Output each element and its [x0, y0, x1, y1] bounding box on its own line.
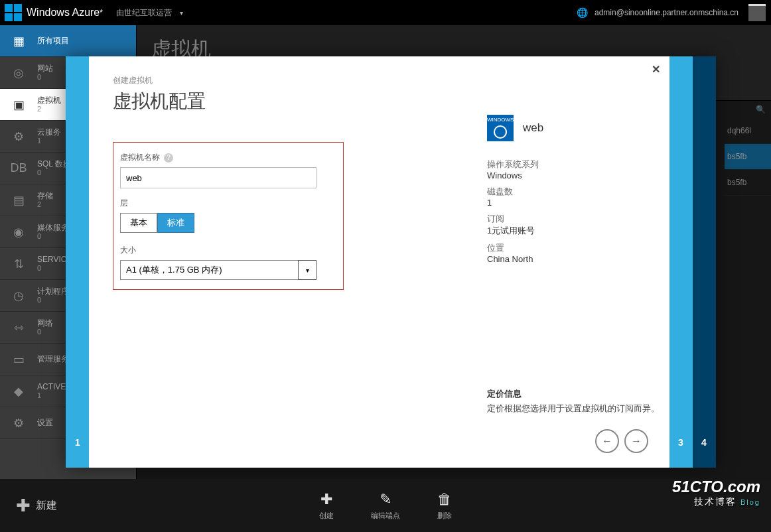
- summary-key: 位置: [487, 242, 706, 254]
- edit-button[interactable]: ✎编辑端点: [371, 491, 400, 521]
- ad-icon: ◆: [8, 381, 29, 402]
- mgmt-icon: ▭: [8, 349, 29, 370]
- pricing-title: 定价信息: [487, 388, 706, 400]
- trash-icon: 🗑: [437, 491, 452, 508]
- breadcrumb: 创建虚拟机: [113, 75, 646, 86]
- chevron-down-icon[interactable]: ▾: [180, 9, 183, 17]
- sidebar-item-label: 媒体服务: [37, 223, 69, 232]
- wm-line1: 51CTO.com: [672, 478, 760, 496]
- clock-icon: ◷: [8, 285, 29, 306]
- operator-label: 由世纪互联运营: [116, 7, 172, 19]
- bus-icon: ⇅: [8, 253, 29, 275]
- summary-value: Windows: [487, 170, 706, 180]
- form-container: 虚拟机名称 ? 层 基本 标准 大小 ▾: [113, 142, 344, 290]
- sidebar-item-label: 存储: [37, 191, 53, 200]
- wizard-nav: ← →: [595, 429, 648, 453]
- summary-key: 订阅: [487, 213, 706, 225]
- sidebar-item-label: 网站: [37, 64, 53, 73]
- wm-line2: 技术博客: [694, 496, 736, 507]
- sidebar-item-label: 网络: [37, 318, 53, 328]
- sidebar-item-count: 0: [37, 296, 69, 304]
- vm-name-label: 虚拟机名称 ?: [120, 152, 336, 163]
- sidebar-item-label: 云服务: [37, 127, 61, 137]
- delete-button[interactable]: 🗑删除: [437, 491, 452, 521]
- size-select[interactable]: [120, 260, 316, 280]
- summary-value: 1: [487, 198, 706, 208]
- label-text: 虚拟机名称: [120, 152, 160, 163]
- plus-icon: ✚: [16, 496, 31, 516]
- size-label: 大小: [120, 245, 336, 256]
- summary-key: 操作系统系列: [487, 159, 706, 170]
- os-thumbnail-icon: WINDOWS: [487, 115, 514, 141]
- sidebar-item-count: 2: [37, 200, 53, 209]
- thumb-label: WINDOWS: [487, 117, 514, 123]
- network-icon: ⇿: [8, 317, 29, 338]
- summary-pane: WINDOWS web 操作系统系列 Windows 磁盘数 1 订阅 1元试用…: [487, 115, 706, 269]
- account-email[interactable]: admin@sinoonline.partner.onmschina.cn: [595, 8, 738, 17]
- summary-key: 磁盘数: [487, 186, 706, 198]
- summary-value: 1元试用账号: [487, 225, 706, 237]
- windows-logo-icon: [4, 3, 23, 22]
- monitor-icon: ▣: [8, 94, 29, 115]
- globe-icon[interactable]: 🌐: [577, 7, 588, 18]
- sidebar-item-count: 2: [37, 105, 61, 113]
- sidebar-item-label: 计划程序: [37, 287, 69, 296]
- wizard-panel: ✕ 创建虚拟机 虚拟机配置 虚拟机名称 ? 层 基本 标准 大小 ▾: [89, 56, 669, 468]
- topbar: Windows Azure * 由世纪互联运营 ▾ 🌐 admin@sinoon…: [0, 0, 771, 25]
- sidebar-item-label: 设置: [37, 418, 53, 427]
- help-icon[interactable]: ?: [164, 153, 173, 163]
- database-icon: DB: [8, 158, 29, 179]
- watermark: 51CTO.com 技术博客 Blog: [672, 478, 760, 508]
- btn-label: 删除: [437, 511, 452, 521]
- create-button[interactable]: ✚创建: [319, 491, 334, 521]
- step-number-3: 3: [678, 437, 701, 448]
- globe-icon: ◎: [8, 62, 29, 84]
- next-button[interactable]: →: [624, 429, 648, 453]
- pencil-icon: ✎: [380, 491, 391, 508]
- sidebar-item-count: 0: [37, 232, 69, 241]
- wizard-step-strip-1[interactable]: 1: [66, 56, 89, 468]
- brand-suffix: *: [100, 8, 103, 17]
- prev-button[interactable]: ←: [595, 429, 619, 453]
- wm-line3: Blog: [740, 498, 760, 506]
- brand[interactable]: Windows Azure: [27, 7, 100, 19]
- sidebar-item-count: 1: [37, 137, 61, 145]
- new-button[interactable]: ✚ 新建: [16, 496, 57, 516]
- vm-name-input[interactable]: [120, 167, 316, 188]
- bottom-bar: ✚ 新建 ✚创建 ✎编辑端点 🗑删除: [0, 479, 771, 532]
- wizard-title: 虚拟机配置: [113, 89, 646, 114]
- grid-icon: ▦: [8, 31, 29, 52]
- gear-icon: ⚙: [8, 126, 29, 147]
- tier-standard-button[interactable]: 标准: [157, 213, 194, 233]
- btn-label: 编辑端点: [371, 511, 400, 521]
- summary-vm-name: web: [523, 121, 543, 135]
- tier-basic-button[interactable]: 基本: [120, 213, 157, 233]
- step-number-4: 4: [701, 437, 725, 448]
- avatar-icon[interactable]: [748, 4, 766, 21]
- pricing-desc: 定价根据您选择用于设置虚拟机的订阅而异。: [487, 403, 706, 415]
- sidebar-item-label: 所有项目: [37, 36, 69, 45]
- close-icon[interactable]: ✕: [652, 63, 660, 76]
- btn-label: 创建: [319, 511, 334, 521]
- chevron-down-icon[interactable]: ▾: [298, 260, 316, 280]
- sidebar-item-label: 管理服务: [37, 354, 69, 364]
- wizard-dialog: 1 ✕ 创建虚拟机 虚拟机配置 虚拟机名称 ? 层 基本 标准 大小: [66, 56, 716, 468]
- media-icon: ◉: [8, 222, 29, 243]
- sidebar-item-label: 虚拟机: [37, 96, 61, 105]
- settings-icon: ⚙: [8, 413, 29, 434]
- table-icon: ▤: [8, 190, 29, 211]
- sidebar-item-count: 0: [37, 73, 53, 82]
- tier-label: 层: [120, 198, 336, 209]
- summary-value: China North: [487, 254, 706, 264]
- sidebar-item-all[interactable]: ▦所有项目: [0, 25, 136, 57]
- pricing-info: 定价信息 定价根据您选择用于设置虚拟机的订阅而异。: [487, 388, 706, 415]
- plus-icon: ✚: [320, 491, 332, 508]
- sidebar-item-count: 0: [37, 328, 53, 336]
- new-label: 新建: [36, 499, 57, 513]
